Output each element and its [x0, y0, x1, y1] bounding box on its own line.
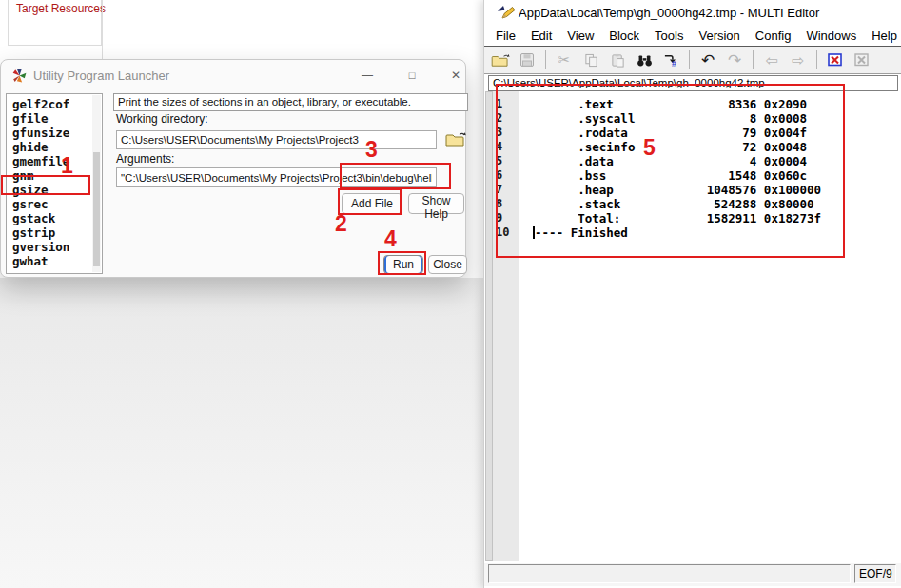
working-directory-label: Working directory: [116, 112, 207, 126]
close-button[interactable]: Close [428, 255, 467, 274]
menu-item[interactable]: Config [748, 29, 799, 43]
maximize-button[interactable]: □ [402, 66, 422, 85]
line-number: 10 [496, 225, 519, 240]
open-folder-icon[interactable] [490, 50, 511, 69]
dialog-titlebar[interactable]: Utility Program Launcher — □ ✕ [1, 60, 465, 91]
background-content-area [0, 278, 483, 588]
tool-list-item[interactable]: gmemfile [7, 154, 102, 168]
line-number: 4 [496, 140, 519, 154]
menu-item[interactable]: Edit [523, 29, 559, 43]
status-bar: EOF/9 [484, 563, 901, 586]
editor-text-area[interactable]: .text 8336 0x2090 .syscall 8 0x0008 .rod… [520, 91, 899, 561]
line-number-gutter: 12345678910 [493, 91, 519, 561]
close-all-icon[interactable] [852, 50, 872, 69]
cut-icon[interactable]: ✂ [554, 50, 575, 69]
editor-line: .text 8336 0x2090 [520, 97, 899, 111]
arguments-input[interactable] [116, 167, 437, 187]
editor-vertical-scrollbar[interactable] [485, 91, 493, 561]
run-button[interactable]: Run [383, 255, 423, 274]
close-window-button[interactable]: ✕ [445, 66, 466, 85]
copy-icon[interactable] [580, 50, 601, 69]
show-help-button[interactable]: Show Help [408, 193, 464, 214]
line-number: 7 [496, 183, 519, 197]
menubar: FileEditViewBlockToolsVersionConfigWindo… [484, 26, 901, 46]
toolbar-separator [753, 50, 754, 69]
file-path-bar: C:\Users\USER\AppData\Local\Temp\gh_0000… [488, 75, 898, 91]
tool-list-item[interactable]: gstack [7, 211, 102, 225]
multi-editor-pencil-icon [497, 5, 516, 24]
line-number: 3 [496, 126, 519, 140]
target-resources-label: Target Resources [16, 2, 106, 15]
svg-text:#: # [671, 59, 676, 68]
tool-description: Print the sizes of sections in an object… [113, 93, 468, 111]
toolbar-separator [816, 50, 817, 69]
line-number: 1 [496, 97, 519, 111]
editor-line: .stack 524288 0x80000 [520, 197, 899, 211]
browse-folder-button[interactable] [443, 129, 468, 151]
tool-list-scrollbar[interactable] [92, 95, 101, 272]
tool-list-item[interactable]: ghide [7, 140, 102, 154]
menu-item[interactable]: File [488, 29, 523, 43]
tool-list-item[interactable]: gelf2cof [7, 97, 102, 111]
utility-tool-list[interactable]: gelf2cofgfilegfunsizeghidegmemfilegnmgsi… [6, 93, 103, 274]
line-number: 8 [496, 197, 519, 211]
close-file-icon[interactable] [825, 50, 846, 69]
menu-item[interactable]: Tools [647, 29, 691, 43]
editor-line: .heap 1048576 0x100000 [520, 183, 899, 197]
find-icon[interactable] [634, 50, 655, 69]
line-number: 5 [496, 154, 519, 168]
minimize-button[interactable]: — [357, 66, 378, 85]
line-number: 9 [496, 211, 519, 225]
back-icon[interactable]: ⇦ [761, 50, 782, 69]
editor-line: Total: 1582911 0x18273f [520, 211, 899, 225]
tool-list-item[interactable]: gstrip [7, 225, 102, 240]
menu-item[interactable]: Block [601, 29, 647, 43]
multi-editor-window: AppData\Local\Temp\gh_0000hg42.tmp - MUL… [483, 0, 901, 588]
tool-list-item[interactable]: gversion [7, 240, 102, 254]
redo-icon[interactable]: ↷ [724, 50, 745, 69]
line-number: 2 [496, 111, 519, 126]
text-cursor [533, 226, 535, 239]
utility-program-launcher-dialog: Utility Program Launcher — □ ✕ gelf2cofg… [0, 59, 466, 278]
toolbar: ✂ [484, 46, 901, 74]
editor-line: .bss 1548 0x060c [520, 168, 899, 183]
add-file-button[interactable]: Add File [342, 193, 402, 214]
arguments-label: Arguments: [116, 152, 174, 166]
goto-line-icon[interactable]: # [660, 50, 681, 69]
menu-item[interactable]: Windows [798, 29, 864, 43]
tool-list-item[interactable]: gsize [7, 183, 102, 197]
tool-list-item[interactable]: gfunsize [7, 126, 102, 140]
editor-line: .rodata 79 0x004f [520, 126, 899, 140]
editor-line: ---- Finished [520, 225, 899, 240]
tool-list-item[interactable]: gwhat [7, 254, 102, 268]
dialog-title: Utility Program Launcher [33, 69, 169, 83]
working-directory-input[interactable] [116, 130, 437, 149]
forward-icon[interactable]: ⇨ [788, 50, 809, 69]
status-message-field [488, 564, 851, 583]
editor-line: .secinfo 72 0x0048 [520, 140, 899, 154]
save-icon[interactable] [517, 50, 538, 69]
menu-item[interactable]: View [559, 29, 601, 43]
tool-list-item[interactable]: gfile [7, 111, 102, 126]
tool-list-item[interactable]: gnm [7, 168, 102, 183]
toolbar-separator [689, 50, 690, 69]
editor-titlebar[interactable]: AppData\Local\Temp\gh_0000hg42.tmp - MUL… [484, 0, 901, 26]
undo-icon[interactable]: ↶ [697, 50, 718, 69]
toolbar-separator [545, 50, 546, 69]
editor-line: .data 4 0x0004 [520, 154, 899, 168]
paste-icon[interactable] [607, 50, 628, 69]
editor-window-title: AppData\Local\Temp\gh_0000hg42.tmp - MUL… [519, 6, 819, 20]
scrollbar-thumb[interactable] [93, 152, 100, 266]
menu-item[interactable]: Help [864, 29, 901, 43]
menu-item[interactable]: Version [691, 29, 747, 43]
line-number: 6 [496, 168, 519, 183]
cursor-position-field: EOF/9 [854, 564, 896, 583]
editor-line: .syscall 8 0x0008 [520, 111, 899, 126]
tool-list-item[interactable]: gsrec [7, 197, 102, 211]
multi-pinwheel-icon [11, 68, 28, 88]
